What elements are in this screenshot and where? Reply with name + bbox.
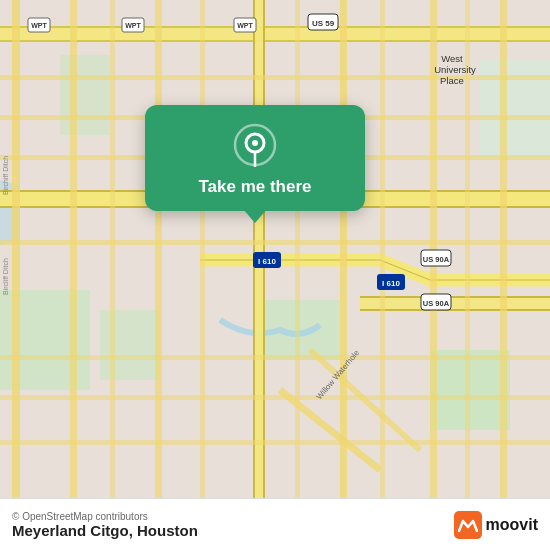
svg-rect-13 xyxy=(360,298,550,309)
moovit-icon xyxy=(454,511,482,539)
svg-rect-15 xyxy=(360,309,550,311)
svg-rect-36 xyxy=(110,0,115,498)
svg-rect-19 xyxy=(255,0,263,498)
moovit-logo: moovit xyxy=(454,511,538,539)
svg-text:University: University xyxy=(434,64,476,75)
svg-text:I 610: I 610 xyxy=(382,279,400,288)
svg-text:I 610: I 610 xyxy=(258,257,276,266)
svg-rect-14 xyxy=(360,296,550,298)
svg-rect-34 xyxy=(380,0,385,498)
svg-text:West: West xyxy=(441,53,463,64)
moovit-text: moovit xyxy=(486,516,538,534)
location-name: Meyerland Citgo, Houston xyxy=(12,522,198,539)
svg-rect-22 xyxy=(340,0,347,498)
copyright-text: © OpenStreetMap contributors xyxy=(12,511,198,522)
svg-text:WPT: WPT xyxy=(31,22,47,29)
svg-rect-64 xyxy=(454,511,482,539)
svg-text:WPT: WPT xyxy=(237,22,253,29)
location-pin-icon xyxy=(233,123,277,167)
svg-rect-32 xyxy=(200,0,205,498)
svg-text:US 59: US 59 xyxy=(312,19,335,28)
svg-point-63 xyxy=(252,140,258,146)
svg-rect-33 xyxy=(295,0,300,498)
svg-text:WPT: WPT xyxy=(125,22,141,29)
svg-text:Bircliff Ditch: Bircliff Ditch xyxy=(2,258,9,295)
svg-text:US 90A: US 90A xyxy=(423,255,450,264)
svg-rect-2 xyxy=(100,310,160,380)
svg-text:Place: Place xyxy=(440,75,464,86)
svg-rect-20 xyxy=(253,0,255,498)
map-card[interactable]: Take me there xyxy=(145,105,365,211)
svg-rect-21 xyxy=(263,0,265,498)
svg-rect-18 xyxy=(155,0,162,498)
svg-rect-17 xyxy=(70,0,77,498)
svg-text:US 90A: US 90A xyxy=(423,299,450,308)
take-me-there-label: Take me there xyxy=(198,177,311,197)
svg-rect-6 xyxy=(60,55,110,135)
map-container: Birchiff Ditch Bircliff Ditch US 59 WPT … xyxy=(0,0,550,550)
bottom-bar: © OpenStreetMap contributors Meyerland C… xyxy=(0,498,550,550)
svg-text:Birchiff Ditch: Birchiff Ditch xyxy=(2,156,9,195)
location-info: © OpenStreetMap contributors Meyerland C… xyxy=(12,511,198,539)
svg-rect-24 xyxy=(500,0,507,498)
svg-rect-16 xyxy=(12,0,20,498)
